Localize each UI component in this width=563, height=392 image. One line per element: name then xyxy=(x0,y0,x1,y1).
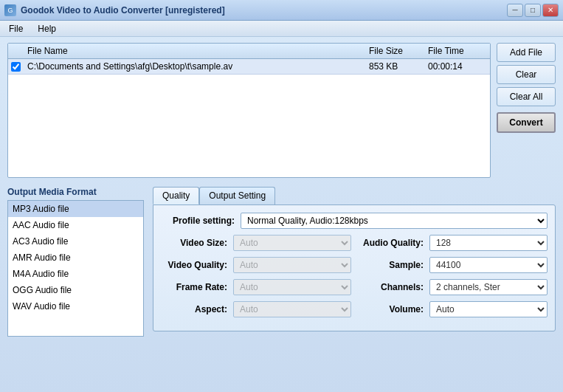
video-quality-row: Video Quality: Auto xyxy=(161,257,351,273)
format-aac[interactable]: AAC Audio file xyxy=(8,217,143,233)
table-row: C:\Documents and Settings\afg\Desktop\t\… xyxy=(8,59,490,75)
format-amr[interactable]: AMR Audio file xyxy=(8,250,143,266)
file-table: File Name File Size File Time C:\Documen… xyxy=(7,43,491,178)
convert-button[interactable]: Convert xyxy=(497,112,556,133)
volume-value: Auto 50% 75% 100% xyxy=(429,301,548,317)
video-size-value: Auto xyxy=(233,235,351,251)
menu-bar: File Help xyxy=(0,21,563,37)
profile-select[interactable]: Normal Quality, Audio:128kbps High Quali… xyxy=(241,213,548,229)
frame-rate-row: Frame Rate: Auto xyxy=(161,279,351,295)
aspect-label: Aspect: xyxy=(161,304,227,314)
file-table-body: C:\Documents and Settings\afg\Desktop\t\… xyxy=(8,59,490,177)
channels-select[interactable]: 2 channels, Ster 1 channel, Mono xyxy=(429,279,548,295)
video-quality-select: Auto xyxy=(233,257,351,273)
audio-quality-row: Audio Quality: 128 64 192 320 xyxy=(357,235,548,251)
add-file-button[interactable]: Add File xyxy=(497,43,556,62)
row-filename: C:\Documents and Settings\afg\Desktop\t\… xyxy=(27,61,369,72)
format-ogg[interactable]: OGG Audio file xyxy=(8,282,143,298)
file-table-header: File Name File Size File Time xyxy=(8,44,490,59)
window-controls: ─ □ ✕ xyxy=(507,4,559,17)
profile-setting-row: Profile setting: Normal Quality, Audio:1… xyxy=(161,213,548,229)
sample-value: 44100 22050 11025 xyxy=(429,257,548,273)
frame-rate-value: Auto xyxy=(233,279,351,295)
format-m4a[interactable]: M4A Audio file xyxy=(8,266,143,282)
header-filesize: File Size xyxy=(369,46,428,56)
action-buttons: Add File Clear Clear All Convert xyxy=(497,43,556,178)
clear-all-button[interactable]: Clear All xyxy=(497,87,556,106)
maximize-button[interactable]: □ xyxy=(525,4,541,17)
file-list-section: File Name File Size File Time C:\Documen… xyxy=(7,43,556,178)
header-filetime: File Time xyxy=(428,46,487,56)
audio-quality-value: 128 64 192 320 xyxy=(429,235,548,251)
sample-select[interactable]: 44100 22050 11025 xyxy=(429,257,548,273)
volume-row: Volume: Auto 50% 75% 100% xyxy=(357,301,548,317)
title-bar: G Goodok Video to Audio Converter [unreg… xyxy=(0,0,563,21)
audio-quality-label: Audio Quality: xyxy=(357,238,424,248)
sample-row: Sample: 44100 22050 11025 xyxy=(357,257,548,273)
row-checkbox[interactable] xyxy=(11,62,21,72)
channels-row: Channels: 2 channels, Ster 1 channel, Mo… xyxy=(357,279,548,295)
row-checkbox-container[interactable] xyxy=(11,62,27,72)
format-ac3[interactable]: AC3 Audio file xyxy=(8,233,143,250)
app-title: Goodok Video to Audio Converter [unregis… xyxy=(21,5,225,16)
tab-output-setting[interactable]: Output Setting xyxy=(199,187,275,204)
tab-quality-content: Profile setting: Normal Quality, Audio:1… xyxy=(153,204,556,331)
video-size-select: Auto xyxy=(233,235,351,251)
row-filesize: 853 KB xyxy=(369,61,428,72)
volume-label: Volume: xyxy=(357,304,424,314)
aspect-value: Auto xyxy=(233,301,351,317)
app-icon: G xyxy=(4,4,16,16)
row-filetime: 00:00:14 xyxy=(428,61,487,72)
settings-tabs: Quality Output Setting xyxy=(153,187,556,204)
video-size-label: Video Size: xyxy=(161,238,227,248)
main-content: File Name File Size File Time C:\Documen… xyxy=(0,37,563,392)
header-filename: File Name xyxy=(27,46,369,56)
output-format-title: Output Media Format xyxy=(7,187,144,197)
tab-quality[interactable]: Quality xyxy=(153,187,199,204)
settings-panel: Quality Output Setting Profile setting: … xyxy=(153,187,556,337)
header-check xyxy=(11,46,27,56)
menu-help[interactable]: Help xyxy=(33,22,61,35)
frame-rate-select: Auto xyxy=(233,279,351,295)
format-mp3[interactable]: MP3 Audio file xyxy=(8,201,143,217)
settings-grid: Video Size: Auto Audio Quality: 128 xyxy=(161,235,548,323)
audio-quality-select[interactable]: 128 64 192 320 xyxy=(429,235,548,251)
aspect-select: Auto xyxy=(233,301,351,317)
sample-label: Sample: xyxy=(357,260,424,270)
frame-rate-label: Frame Rate: xyxy=(161,282,227,292)
menu-file[interactable]: File xyxy=(4,22,27,35)
bottom-area: Output Media Format MP3 Audio file AAC A… xyxy=(7,187,556,337)
close-button[interactable]: ✕ xyxy=(542,4,559,17)
minimize-button[interactable]: ─ xyxy=(507,4,523,17)
video-quality-label: Video Quality: xyxy=(161,260,227,270)
title-bar-left: G Goodok Video to Audio Converter [unreg… xyxy=(4,4,225,16)
clear-button[interactable]: Clear xyxy=(497,65,556,84)
aspect-row: Aspect: Auto xyxy=(161,301,351,317)
profile-label: Profile setting: xyxy=(161,216,235,226)
channels-value: 2 channels, Ster 1 channel, Mono xyxy=(429,279,548,295)
format-list: MP3 Audio file AAC Audio file AC3 Audio … xyxy=(7,200,144,337)
video-quality-value: Auto xyxy=(233,257,351,273)
format-wav[interactable]: WAV Audio file xyxy=(8,298,143,314)
channels-label: Channels: xyxy=(357,282,424,292)
output-format-panel: Output Media Format MP3 Audio file AAC A… xyxy=(7,187,144,337)
video-size-row: Video Size: Auto xyxy=(161,235,351,251)
volume-select[interactable]: Auto 50% 75% 100% xyxy=(429,301,548,317)
